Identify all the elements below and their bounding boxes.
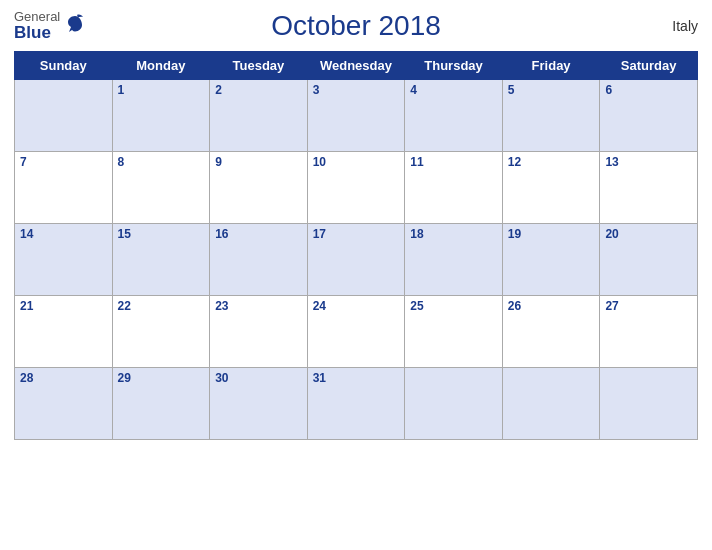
logo-area: General Blue: [14, 10, 114, 43]
day-cell-1: 1: [112, 79, 210, 151]
country-label: Italy: [598, 18, 698, 34]
day-cell-11: 11: [405, 151, 503, 223]
empty-cell: [15, 79, 113, 151]
day-number-22: 22: [118, 299, 205, 313]
col-monday: Monday: [112, 51, 210, 79]
day-number-28: 28: [20, 371, 107, 385]
empty-cell: [600, 367, 698, 439]
day-cell-28: 28: [15, 367, 113, 439]
day-cell-3: 3: [307, 79, 405, 151]
day-number-7: 7: [20, 155, 107, 169]
day-cell-31: 31: [307, 367, 405, 439]
day-number-20: 20: [605, 227, 692, 241]
day-cell-7: 7: [15, 151, 113, 223]
day-number-1: 1: [118, 83, 205, 97]
day-number-5: 5: [508, 83, 595, 97]
calendar-header: General Blue October 2018 Italy: [14, 10, 698, 43]
day-cell-16: 16: [210, 223, 308, 295]
day-cell-30: 30: [210, 367, 308, 439]
day-number-29: 29: [118, 371, 205, 385]
day-cell-24: 24: [307, 295, 405, 367]
day-cell-29: 29: [112, 367, 210, 439]
day-cell-27: 27: [600, 295, 698, 367]
day-number-21: 21: [20, 299, 107, 313]
calendar-table: Sunday Monday Tuesday Wednesday Thursday…: [14, 51, 698, 440]
day-cell-8: 8: [112, 151, 210, 223]
day-cell-14: 14: [15, 223, 113, 295]
day-cell-4: 4: [405, 79, 503, 151]
day-cell-5: 5: [502, 79, 600, 151]
day-number-8: 8: [118, 155, 205, 169]
day-number-10: 10: [313, 155, 400, 169]
day-cell-20: 20: [600, 223, 698, 295]
empty-cell: [502, 367, 600, 439]
day-cell-15: 15: [112, 223, 210, 295]
day-cell-26: 26: [502, 295, 600, 367]
day-number-30: 30: [215, 371, 302, 385]
day-cell-23: 23: [210, 295, 308, 367]
col-sunday: Sunday: [15, 51, 113, 79]
day-number-3: 3: [313, 83, 400, 97]
day-number-2: 2: [215, 83, 302, 97]
day-cell-18: 18: [405, 223, 503, 295]
day-number-11: 11: [410, 155, 497, 169]
day-number-9: 9: [215, 155, 302, 169]
day-number-23: 23: [215, 299, 302, 313]
day-cell-10: 10: [307, 151, 405, 223]
day-cell-25: 25: [405, 295, 503, 367]
week-row-3: 14151617181920: [15, 223, 698, 295]
col-wednesday: Wednesday: [307, 51, 405, 79]
col-tuesday: Tuesday: [210, 51, 308, 79]
day-number-24: 24: [313, 299, 400, 313]
day-number-18: 18: [410, 227, 497, 241]
day-cell-22: 22: [112, 295, 210, 367]
logo-text-block: General Blue: [14, 10, 60, 43]
day-number-19: 19: [508, 227, 595, 241]
month-title: October 2018: [114, 10, 598, 42]
day-number-4: 4: [410, 83, 497, 97]
day-cell-13: 13: [600, 151, 698, 223]
day-cell-17: 17: [307, 223, 405, 295]
day-number-26: 26: [508, 299, 595, 313]
empty-cell: [405, 367, 503, 439]
day-number-27: 27: [605, 299, 692, 313]
logo-block: General Blue: [14, 10, 86, 43]
logo-bird-icon: [64, 13, 86, 39]
day-cell-21: 21: [15, 295, 113, 367]
week-row-2: 78910111213: [15, 151, 698, 223]
logo-blue: Blue: [14, 24, 60, 43]
day-number-25: 25: [410, 299, 497, 313]
week-row-1: 123456: [15, 79, 698, 151]
day-cell-19: 19: [502, 223, 600, 295]
day-number-31: 31: [313, 371, 400, 385]
col-friday: Friday: [502, 51, 600, 79]
day-cell-9: 9: [210, 151, 308, 223]
day-number-13: 13: [605, 155, 692, 169]
logo-general: General: [14, 10, 60, 24]
day-number-12: 12: [508, 155, 595, 169]
week-row-5: 28293031: [15, 367, 698, 439]
calendar-container: General Blue October 2018 Italy Sunday M…: [0, 0, 712, 550]
week-row-4: 21222324252627: [15, 295, 698, 367]
day-number-17: 17: [313, 227, 400, 241]
days-header-row: Sunday Monday Tuesday Wednesday Thursday…: [15, 51, 698, 79]
day-number-15: 15: [118, 227, 205, 241]
day-number-14: 14: [20, 227, 107, 241]
day-number-6: 6: [605, 83, 692, 97]
day-cell-6: 6: [600, 79, 698, 151]
day-cell-2: 2: [210, 79, 308, 151]
day-number-16: 16: [215, 227, 302, 241]
col-saturday: Saturday: [600, 51, 698, 79]
col-thursday: Thursday: [405, 51, 503, 79]
day-cell-12: 12: [502, 151, 600, 223]
